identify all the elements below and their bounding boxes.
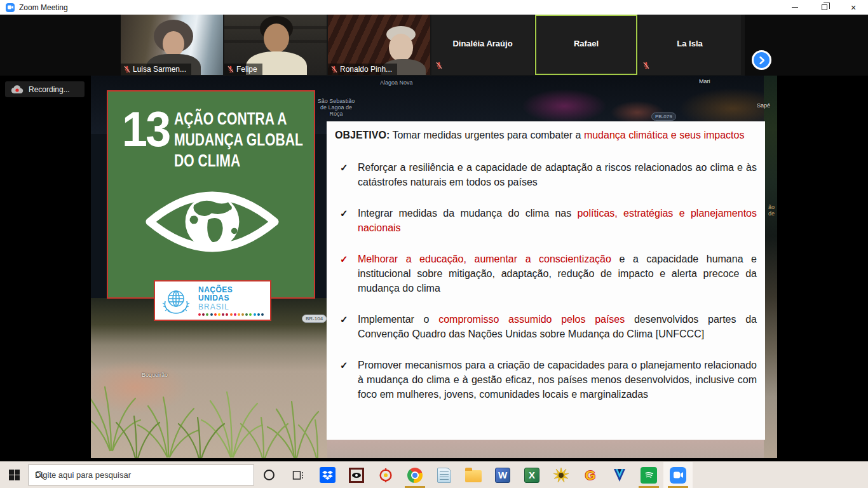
bullet-item-2: ✓Integrar medidas da mudança do clima na…	[335, 206, 757, 235]
recording-indicator[interactable]: Recording...	[5, 81, 85, 97]
sdg-title: AÇÃO CONTRA A MUDANÇA GLOBAL DO CLIMA	[174, 109, 303, 172]
climate-eye-icon	[145, 182, 280, 262]
map-label-mari: Mari	[699, 78, 710, 85]
participant-name: La Isla	[639, 39, 741, 48]
road-badge-pb079: PB-079	[651, 112, 676, 121]
map-label-alagoa-nova: Alagoa Nova	[380, 79, 413, 86]
checkmark-icon: ✓	[340, 312, 348, 327]
un-emblem-icon	[160, 285, 192, 317]
taskbar-search-input[interactable]: Digite aqui para pesquisar	[28, 464, 254, 485]
start-button[interactable]	[0, 462, 28, 488]
participant-tile-dinal-ia-ara-jo[interactable]: Dinaléia Araújo	[431, 15, 534, 75]
chevron-right-icon	[759, 56, 765, 65]
word-button[interactable]: W	[488, 462, 517, 488]
participant-tile-felipe[interactable]: Felipe	[224, 15, 327, 75]
target-icon	[378, 468, 393, 483]
participant-name-chip: Felipe	[224, 64, 262, 75]
map-label-boqueirao: Boqueirão	[142, 372, 168, 378]
search-placeholder: Digite aqui para pesquisar	[35, 470, 131, 480]
sand-strip	[327, 440, 764, 458]
eye-viewer-icon	[349, 468, 364, 483]
map-label-sao-sebastiao: São Sebastião de Lagoa de Roça	[313, 98, 359, 117]
restore-button[interactable]	[810, 0, 839, 15]
participant-tile-rafael[interactable]: Rafael	[535, 15, 637, 75]
checkmark-icon: ✓	[340, 160, 348, 175]
chrome-icon	[407, 468, 423, 483]
title-bar: Zoom Meeting ×	[0, 0, 868, 15]
dropbox-taskbar-button[interactable]	[313, 462, 342, 488]
bullet-item-3: ✓Melhorar a educação, aumentar a conscie…	[335, 252, 757, 295]
participant-name-chip: Ronaldo Pinh...	[328, 64, 397, 75]
participant-name-chip: Luisa Sarmen...	[121, 64, 191, 75]
meeting-content-area: Recording... A	[0, 76, 868, 461]
task-view-icon	[292, 470, 304, 481]
sdg-color-dots	[198, 313, 264, 316]
recording-cloud-icon	[11, 85, 24, 94]
participant-name: Dinaléia Araújo	[431, 39, 534, 48]
g-app-button[interactable]: G	[576, 462, 605, 488]
sdg-number: 13	[122, 100, 169, 158]
zoom-icon	[670, 467, 686, 484]
participant-tile-luisa-sarmen[interactable]: Luisa Sarmen...	[121, 15, 223, 75]
star-burst-icon	[553, 468, 569, 483]
muted-mic-icon	[123, 65, 131, 73]
video-strip: Luisa Sarmen...FelipeRonaldo Pinh...Dina…	[0, 15, 868, 76]
body-text: Tomar medidas urgentes para combater a	[390, 130, 584, 140]
minimize-button[interactable]	[780, 0, 810, 15]
grass-tufts	[91, 330, 327, 458]
excel-button[interactable]: X	[517, 462, 546, 488]
burst-app-button[interactable]	[546, 462, 576, 488]
v-app-button[interactable]	[605, 462, 634, 488]
checkmark-icon: ✓	[340, 252, 348, 266]
objective-paragraph: OBJETIVO: Tomar medidas urgentes para co…	[335, 128, 757, 142]
bullet-item-4: ✓Implementar o compromisso assumido pelo…	[335, 312, 757, 341]
dropbox-icon	[320, 467, 336, 483]
body-text: Promover mecanismos para a criação de ca…	[358, 360, 757, 400]
chrome-button[interactable]	[400, 462, 430, 488]
g-app-icon: G	[585, 468, 595, 483]
participant-name: Felipe	[236, 65, 257, 74]
road-badge-br104: BR-104	[302, 315, 327, 323]
highlighted-text: Melhorar a educação, aumentar a conscien…	[358, 254, 611, 264]
image-viewer-button[interactable]	[342, 462, 371, 488]
zoom-app-icon	[6, 3, 15, 12]
highlighted-text: compromisso assumido pelos países	[438, 314, 625, 325]
notepad-button[interactable]	[430, 462, 459, 488]
bullet-item-1: ✓Reforçar a resiliência e a capacidade d…	[335, 160, 757, 189]
windows-taskbar: Digite aqui para pesquisar	[0, 461, 868, 488]
highlighted-text: mudança climática e seus impactos	[584, 130, 745, 140]
map-label-sape: Sapé	[757, 102, 770, 109]
cortana-icon	[264, 470, 275, 480]
body-text: Integrar medidas da mudança do clima nas	[358, 208, 578, 219]
spotify-icon	[641, 467, 657, 484]
muted-mic-icon	[642, 62, 650, 69]
sdg13-badge: 13 AÇÃO CONTRA A MUDANÇA GLOBAL DO CLIMA	[107, 90, 315, 299]
muted-mic-icon	[435, 62, 443, 69]
task-view-button[interactable]	[283, 462, 313, 488]
zoom-taskbar-button[interactable]	[663, 462, 693, 488]
word-icon: W	[495, 468, 510, 483]
checkmark-icon: ✓	[340, 206, 348, 220]
file-explorer-button[interactable]	[459, 462, 488, 488]
participant-name: Rafael	[535, 39, 637, 48]
folder-icon	[465, 470, 482, 482]
map-right-strip	[764, 76, 777, 458]
zoom-meeting-window: Zoom Meeting × Luisa Sarmen...FelipeRona…	[0, 0, 868, 488]
body-text: Reforçar a resiliência e a capacidade de…	[358, 162, 757, 187]
muted-mic-icon	[227, 65, 234, 73]
next-participants-button[interactable]	[752, 50, 771, 70]
bullet-item-5: ✓Promover mecanismos para a criação de c…	[335, 358, 757, 402]
windows-logo-icon	[9, 470, 20, 480]
un-logo-text: NAÇÕES UNIDAS	[198, 286, 233, 302]
shared-slide: Alagoa Nova São Sebastião de Lagoa de Ro…	[91, 76, 777, 458]
target-app-button[interactable]	[371, 462, 400, 488]
slide-text-box: OBJETIVO: Tomar medidas urgentes para co…	[327, 121, 765, 440]
participant-name: Luisa Sarmen...	[133, 65, 186, 74]
cortana-button[interactable]	[254, 462, 283, 488]
spotify-button[interactable]	[634, 462, 663, 488]
close-button[interactable]: ×	[839, 0, 868, 15]
excel-icon: X	[524, 468, 539, 483]
participant-tile-ronaldo-pinh[interactable]: Ronaldo Pinh...	[328, 15, 430, 75]
muted-mic-icon	[330, 65, 338, 73]
participant-tile-la-isla[interactable]: La Isla	[639, 15, 741, 75]
